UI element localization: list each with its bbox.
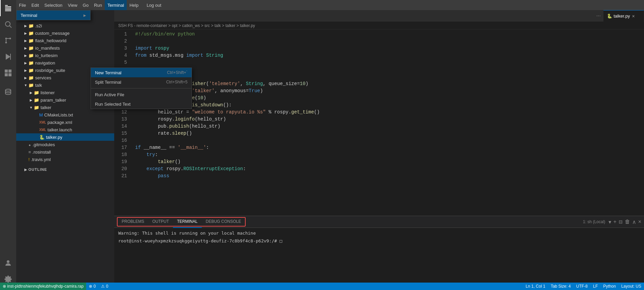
tree-item-io-turtlesim[interactable]: ▶ 📁 io_turtlesim	[16, 52, 114, 59]
svg-rect-2	[5, 8, 11, 8]
menu-selection[interactable]: Selection	[42, 0, 65, 10]
menu-help[interactable]: Help	[127, 0, 141, 10]
svg-point-9	[5, 38, 7, 39]
run-icon[interactable]	[0, 49, 16, 65]
status-layout[interactable]: Layout: US	[619, 283, 644, 290]
status-encoding[interactable]: UTF-8	[573, 283, 590, 290]
tree-item-custom-message[interactable]: ▶ 📁 custom_message	[16, 29, 114, 37]
kill-terminal-icon[interactable]: 🗑	[625, 219, 630, 225]
tree-arrow: ▶	[23, 24, 28, 28]
source-control-icon[interactable]	[0, 32, 16, 49]
tab-debug-console[interactable]: DEBUG CONSOLE	[202, 216, 245, 228]
tab-filename: talker.py	[614, 14, 630, 19]
tree-item-navigation[interactable]: ▶ 📁 navigation	[16, 59, 114, 67]
menu-run[interactable]: Run	[91, 0, 105, 10]
status-position[interactable]: Ln 1, Col 1	[523, 283, 548, 290]
tree-item-travis[interactable]: ! .travis.yml	[16, 156, 114, 163]
tab-problems[interactable]: PROBLEMS	[118, 216, 148, 228]
tree-item-package-xml[interactable]: XML package.xml	[16, 118, 114, 126]
terminal-content[interactable]: Warning: This shell is running on your l…	[114, 228, 644, 283]
tab-terminal[interactable]: TERMINAL	[173, 216, 202, 228]
menu-go[interactable]: Go	[80, 0, 91, 10]
status-left: ⊗ inst-pldtnshienmqfekubhvqlhdp-camira.r…	[0, 283, 111, 290]
svg-rect-14	[5, 73, 8, 76]
svg-rect-3	[5, 9, 11, 10]
terminal-dropdown: Terminal ▶	[16, 10, 91, 20]
activity-bar-top	[0, 0, 16, 255]
explorer-icon[interactable]	[0, 0, 16, 16]
submenu-separator	[91, 88, 192, 88]
new-terminal-item[interactable]: New Terminal Ctrl+Shift+`	[91, 68, 192, 77]
tree-arrow: ▶	[23, 76, 28, 80]
tree-item-rosinstall[interactable]: ≡ .rosinstall	[16, 148, 114, 156]
maximize-terminal-icon[interactable]: ∧	[632, 219, 636, 225]
tree-item-flask[interactable]: ▶ 📁 flask_helloworld	[16, 37, 114, 44]
tree-item-outline[interactable]: ▶ OUTLINE	[16, 166, 114, 173]
svg-point-7	[5, 42, 7, 44]
tree-item-s2i[interactable]: ▶ 📁 .s2i	[16, 22, 114, 29]
split-terminal-shortcut: Ctrl+Shift+5	[166, 80, 188, 84]
tab-more-icon[interactable]: ···	[596, 13, 601, 19]
svg-point-8	[9, 38, 11, 39]
terminal-warning: Warning: This shell is running on your l…	[118, 231, 640, 236]
sidebar: EXPLORER ▶ 📁 .s2i ▶ 📁 custom_message ▶ 📁…	[16, 10, 114, 290]
menu-view[interactable]: View	[65, 0, 80, 10]
status-errors[interactable]: ⊗ 0	[86, 283, 98, 290]
status-language[interactable]: Python	[600, 283, 618, 290]
tree-item-talker-launch[interactable]: XML talker.launch	[16, 126, 114, 133]
run-active-file-item[interactable]: Run Active File	[91, 90, 192, 99]
status-remote[interactable]: ⊗ inst-pldtnshienmqfekubhvqlhdp-camira.r…	[0, 283, 86, 290]
new-terminal-label: New Terminal	[95, 70, 122, 75]
search-icon[interactable]	[0, 16, 16, 32]
terminal-actions: 1: sh (Local) ▾ + ⊟ 🗑 ∧ ×	[583, 219, 641, 225]
account-icon[interactable]	[0, 255, 16, 271]
tree-item-cmakelists[interactable]: M CMakeLists.txt	[16, 111, 114, 118]
split-terminal-label: Split Terminal	[95, 80, 121, 85]
tree-item-gitmodules[interactable]: ⬥ .gitmodules	[16, 141, 114, 148]
code-lines: 1 2 3 4 5 6 7 8 9 10 11 12 13 14 15 16 1…	[114, 29, 644, 216]
tree-arrow: ▶	[28, 91, 34, 95]
breadcrumb: SSH FS - remote-container > opt > catkin…	[114, 22, 644, 29]
svg-point-5	[5, 22, 10, 26]
menu-terminal[interactable]: Terminal	[105, 0, 127, 10]
terminal-prompt: root@inst-wueyhxpmzkzsuqkggeiyuttg-deufi…	[118, 238, 640, 243]
shell-selector: 1: sh (Local)	[583, 219, 605, 224]
extensions-icon[interactable]	[0, 65, 16, 81]
tree-arrow: ▶	[23, 168, 28, 172]
shell-selector-dropdown[interactable]: ▾	[609, 219, 611, 225]
tab-talker-py[interactable]: 🐍 talker.py ×	[603, 10, 644, 22]
menu-file[interactable]: File	[16, 0, 29, 10]
split-terminal-icon[interactable]: ⊟	[619, 219, 623, 225]
terminal-tabs-box: PROBLEMS OUTPUT TERMINAL DEBUG CONSOLE	[117, 217, 246, 227]
status-tab-size[interactable]: Tab Size: 4	[548, 283, 573, 290]
tree-arrow: ▶	[23, 46, 28, 50]
menu-edit[interactable]: Edit	[29, 0, 42, 10]
tab-close-icon[interactable]: ×	[632, 14, 635, 19]
svg-marker-10	[6, 54, 10, 60]
editor-area: 1 2 3 4 5 6 7 8 9 10 11 12 13 14 15 16 1…	[114, 29, 644, 216]
status-right: Ln 1, Col 1 Tab Size: 4 UTF-8 LF Python …	[523, 283, 644, 290]
menu-logout[interactable]: Log out	[144, 0, 164, 10]
status-bar: ⊗ inst-pldtnshienmqfekubhvqlhdp-camira.r…	[0, 283, 644, 290]
split-terminal-item[interactable]: Split Terminal Ctrl+Shift+5	[91, 77, 192, 87]
tab-output[interactable]: OUTPUT	[148, 216, 173, 228]
database-icon[interactable]	[0, 84, 16, 100]
close-terminal-icon[interactable]: ×	[638, 219, 641, 225]
tree-item-talker-py[interactable]: 🐍 talker.py	[16, 133, 114, 141]
status-eol[interactable]: LF	[590, 283, 600, 290]
tree-item-io-manifests[interactable]: ▶ 📁 io_manifests	[16, 44, 114, 52]
new-terminal-icon[interactable]: +	[613, 219, 616, 225]
terminal-submenu: New Terminal Ctrl+Shift+` Split Terminal…	[91, 68, 192, 109]
dropdown-terminal-item[interactable]: Terminal ▶	[17, 10, 90, 20]
status-warnings[interactable]: ⚠ 0	[98, 283, 111, 290]
run-selected-text-item[interactable]: Run Selected Text	[91, 99, 192, 109]
svg-point-17	[7, 260, 9, 263]
code-content[interactable]: #!/usr/bin/env python import rospy from …	[131, 29, 644, 216]
tabs-bar: ··· 🐍 talker.py ×	[114, 10, 644, 22]
svg-line-6	[10, 26, 12, 28]
svg-rect-13	[8, 70, 11, 73]
run-active-file-label: Run Active File	[95, 92, 124, 97]
svg-rect-15	[8, 73, 11, 76]
tree-arrow: ▼	[28, 106, 34, 109]
new-terminal-shortcut: Ctrl+Shift+`	[167, 70, 188, 75]
